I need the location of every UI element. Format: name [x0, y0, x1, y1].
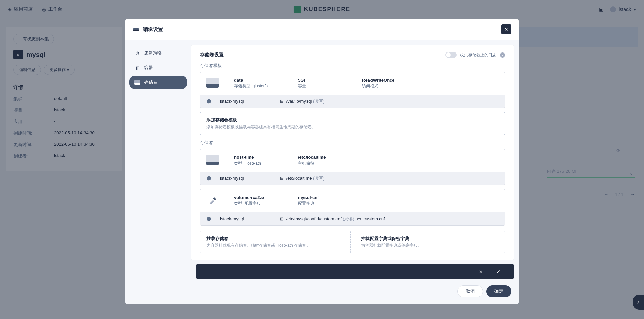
section-title: 存储卷设置: [200, 52, 224, 58]
nav-update-strategy[interactable]: ◔更新策略: [129, 46, 187, 60]
mount-row: ⬢ lstack-mysql ⊞/etc/localtime (读写): [200, 172, 505, 185]
cancel-button[interactable]: 取消: [457, 285, 483, 297]
key-icon: ▭: [357, 216, 361, 221]
close-button[interactable]: ✕: [501, 24, 511, 34]
help-icon[interactable]: ?: [500, 52, 505, 58]
mount-row: ⬢ lstack-mysql ⊞/etc/mysql/conf.d/custom…: [200, 212, 505, 225]
configmap-icon: [206, 195, 219, 207]
confirm-icon[interactable]: ✓: [496, 269, 501, 274]
settings-icon: [133, 26, 139, 33]
volume-template-heading: 存储卷模板: [200, 63, 505, 69]
help-float-button[interactable]: /: [633, 295, 644, 310]
docker-icon: ⬢: [206, 216, 211, 222]
docker-icon: ⬢: [206, 98, 211, 104]
discard-icon[interactable]: ✕: [479, 269, 483, 274]
close-icon: ✕: [504, 27, 508, 32]
modal-overlay: 编辑设置 ✕ ◔更新策略 ◧容器 存储卷 存储卷设置 收集存储卷上的日志 ?: [0, 0, 644, 319]
inline-action-bar: ✕ ✓: [196, 264, 514, 279]
collect-logs-toggle[interactable]: [445, 52, 457, 58]
modal-nav: ◔更新策略 ◧容器 存储卷: [125, 40, 191, 260]
nav-storage[interactable]: 存储卷: [129, 76, 187, 89]
mount-configmap-action[interactable]: 挂载配置字典或保密字典 为容器挂载配置字典或保密字典。: [355, 231, 505, 253]
path-icon: ⊞: [280, 216, 284, 221]
mount-row: ⬢ lstack-mysql ⊞/var/lib/mysql (读写): [200, 95, 505, 108]
volumes-heading: 存储卷: [200, 140, 505, 146]
docker-icon: ⬢: [206, 175, 211, 181]
ok-button[interactable]: 确定: [486, 285, 511, 297]
volume-template-card[interactable]: data存储类型: glusterfs 5Gi容量 ReadWriteOnce访…: [200, 72, 505, 108]
edit-settings-modal: 编辑设置 ✕ ◔更新策略 ◧容器 存储卷 存储卷设置 收集存储卷上的日志 ?: [125, 19, 519, 304]
modal-content: 存储卷设置 收集存储卷上的日志 ? 存储卷模板 data存储类型: gluste…: [191, 45, 514, 260]
storage-icon: [134, 79, 141, 86]
svg-rect-3: [134, 83, 140, 85]
volume-card-host-time[interactable]: host-time类型: HostPath /etc/localtime主机路径…: [200, 149, 505, 185]
nav-container[interactable]: ◧容器: [129, 61, 187, 74]
volume-icon: [206, 78, 219, 88]
strategy-icon: ◔: [134, 49, 141, 56]
volume-card-configmap[interactable]: volume-rca2zx类型: 配置字典 mysql-cnf配置字典 ⬢ ls…: [200, 189, 505, 226]
container-icon: ◧: [134, 64, 141, 71]
modal-title: 编辑设置: [143, 26, 163, 33]
svg-rect-1: [133, 30, 139, 31]
mount-volume-action[interactable]: 挂载存储卷 为容器挂载现有存储卷、临时存储卷或 HostPath 存储卷。: [200, 231, 351, 253]
add-volume-template[interactable]: 添加存储卷模板 添加存储卷模板以挂载与容器组具有相同生命周期的存储卷。: [200, 112, 505, 135]
volume-icon: [206, 155, 219, 165]
path-icon: ⊞: [280, 99, 284, 104]
path-icon: ⊞: [280, 176, 284, 181]
